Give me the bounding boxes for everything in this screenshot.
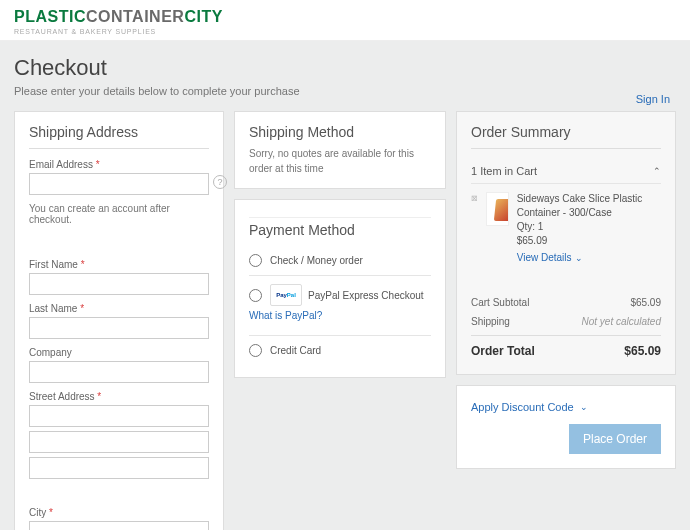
payment-radio-paypal[interactable] <box>249 289 262 302</box>
city-label: City <box>29 507 209 518</box>
street1-input[interactable] <box>29 405 209 427</box>
payment-radio-credit[interactable] <box>249 344 262 357</box>
shipping-address-heading: Shipping Address <box>29 124 209 149</box>
total-row: Order Total $65.09 <box>471 335 661 362</box>
item-qty: Qty: 1 <box>517 220 661 234</box>
shipping-method-card: Shipping Method Sorry, no quotes are ava… <box>234 111 446 189</box>
subtotal-label: Cart Subtotal <box>471 297 529 308</box>
order-summary-card: Order Summary 1 Item in Cart ⌃ ⊠ Sideway… <box>456 111 676 375</box>
site-header: PLASTICCONTAINERCITY RESTAURANT & BAKERY… <box>0 0 690 41</box>
payment-option-check[interactable]: Check / Money order <box>249 246 431 276</box>
payment-method-card: Payment Method Check / Money order PayPa… <box>234 199 446 378</box>
shipping-value: Not yet calculated <box>582 316 662 327</box>
cart-count-label: 1 Item in Cart <box>471 165 537 177</box>
view-details-toggle[interactable]: View Details ⌄ <box>517 251 583 265</box>
payment-label-check: Check / Money order <box>270 255 363 266</box>
cart-item: ⊠ Sideways Cake Slice Plastic Container … <box>471 192 661 265</box>
item-remove-icon[interactable]: ⊠ <box>471 194 478 203</box>
page-subtitle: Please enter your details below to compl… <box>14 85 676 97</box>
chevron-up-icon: ⌃ <box>653 166 661 176</box>
chevron-down-icon: ⌄ <box>580 402 588 412</box>
email-label: Email Address <box>29 159 209 170</box>
shipping-address-card: Shipping Address Email Address ? You can… <box>14 111 224 530</box>
logo-tagline: RESTAURANT & BAKERY SUPPLIES <box>14 28 676 35</box>
order-summary-heading: Order Summary <box>471 124 661 149</box>
payment-label-credit: Credit Card <box>270 345 321 356</box>
payment-radio-check[interactable] <box>249 254 262 267</box>
first-name-input[interactable] <box>29 273 209 295</box>
subtotal-value: $65.09 <box>630 297 661 308</box>
help-icon[interactable]: ? <box>213 175 227 189</box>
shipping-method-message: Sorry, no quotes are available for this … <box>249 146 431 176</box>
company-label: Company <box>29 347 209 358</box>
street2-input[interactable] <box>29 431 209 453</box>
street-label: Street Address <box>29 391 209 402</box>
cart-items-toggle[interactable]: 1 Item in Cart ⌃ <box>471 159 661 184</box>
email-hint: You can create an account after checkout… <box>29 203 209 225</box>
street3-input[interactable] <box>29 457 209 479</box>
payment-option-paypal[interactable]: PayPal PayPal Express Checkout What is P… <box>249 276 431 336</box>
email-input[interactable] <box>29 173 209 195</box>
shipping-row: Shipping Not yet calculated <box>471 312 661 331</box>
place-order-button[interactable]: Place Order <box>569 424 661 454</box>
chevron-down-icon: ⌄ <box>575 252 583 265</box>
item-price: $65.09 <box>517 234 661 248</box>
last-name-input[interactable] <box>29 317 209 339</box>
total-value: $65.09 <box>624 344 661 358</box>
payment-option-credit[interactable]: Credit Card <box>249 336 431 365</box>
subtotal-row: Cart Subtotal $65.09 <box>471 293 661 312</box>
shipping-label: Shipping <box>471 316 510 327</box>
item-image <box>486 192 509 226</box>
last-name-label: Last Name <box>29 303 209 314</box>
payment-method-heading: Payment Method <box>249 222 431 238</box>
apply-discount-toggle[interactable]: Apply Discount Code ⌄ <box>471 401 588 413</box>
shipping-method-heading: Shipping Method <box>249 124 431 140</box>
city-input[interactable] <box>29 521 209 530</box>
payment-label-paypal: PayPal Express Checkout <box>308 290 424 301</box>
sign-in-link[interactable]: Sign In <box>636 93 670 105</box>
logo: PLASTICCONTAINERCITY <box>14 8 676 26</box>
item-name: Sideways Cake Slice Plastic Container - … <box>517 192 661 220</box>
what-is-paypal-link[interactable]: What is PayPal? <box>249 310 431 321</box>
total-label: Order Total <box>471 344 535 358</box>
page-title: Checkout <box>14 55 676 81</box>
discount-card: Apply Discount Code ⌄ Place Order <box>456 385 676 469</box>
paypal-icon: PayPal <box>270 284 302 306</box>
company-input[interactable] <box>29 361 209 383</box>
first-name-label: First Name <box>29 259 209 270</box>
